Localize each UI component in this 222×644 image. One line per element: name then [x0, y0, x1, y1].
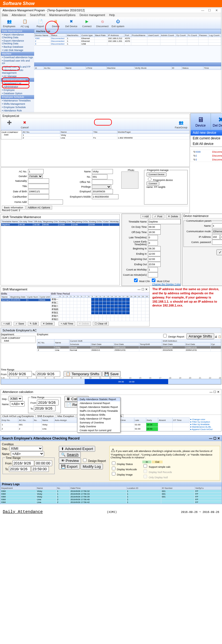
- report-menu-item[interactable]: Daily Attendance OT Report: [77, 417, 120, 421]
- side-upload-user-info-and-fp[interactable]: • Upload user info and FP: [1, 65, 34, 68]
- dm-mode[interactable]: Ethernet: [212, 229, 222, 233]
- table-row[interactable]: XIMIVicky12016/9/26 17:56:321001FP: [1, 490, 222, 492]
- report-menu-item[interactable]: Summary of Overtime: [77, 421, 120, 425]
- fp-device-radio[interactable]: [148, 177, 152, 181]
- report-menu-item[interactable]: Create report for current grid: [77, 428, 120, 432]
- report-menu-item[interactable]: Daily Overtime: [77, 425, 120, 428]
- table-row[interactable]: 2LinaNormal2000/1/12999/12/312016/9/2620…: [37, 349, 221, 352]
- toolbar-connect[interactable]: ▶Connect: [79, 18, 95, 28]
- sm-edit[interactable]: ✎ Edit: [28, 322, 39, 326]
- s-to-time[interactable]: [31, 466, 49, 472]
- table-row[interactable]: 星期四: [51, 308, 149, 311]
- table-row[interactable]: 星期三: [51, 305, 149, 308]
- side-attendance-rule[interactable]: • Attendance Rule: [1, 109, 34, 112]
- nat-input[interactable]: [28, 178, 49, 183]
- tt-countwd[interactable]: [148, 267, 158, 272]
- side-shifts-management[interactable]: • Shifts Management: [1, 102, 34, 106]
- tt-countmin[interactable]: [148, 272, 158, 277]
- ac-from[interactable]: [37, 400, 59, 405]
- export-button[interactable]: 💾 Export: [59, 464, 80, 469]
- table-row[interactable]: 星期一: [51, 298, 149, 301]
- adv-export-button[interactable]: ⬆ Advanced Export: [59, 446, 95, 452]
- table-row[interactable]: 星期六: [51, 315, 149, 318]
- menu-data[interactable]: Data: [2, 14, 8, 17]
- table-row[interactable]: Daytime09:3018:3009:0012:0012:0023:59: [1, 223, 120, 226]
- tt-end-out[interactable]: [148, 262, 161, 267]
- cancel-button[interactable]: ✖Cancel: [17, 119, 32, 129]
- table-row[interactable]: XIMILina22016/9/26 17:56:401FP: [1, 498, 222, 501]
- table-row[interactable]: XIMIDisconnected1Ethernet192.168.0.21243…: [34, 37, 221, 40]
- zoom-device-button[interactable]: 🖥Device: [191, 113, 211, 130]
- connect-device-button[interactable]: Connect Device: [147, 172, 167, 177]
- table-row[interactable]: 3Disconnected1USB: [34, 43, 221, 45]
- arrange-shifts-button[interactable]: Arrange Shifts: [186, 333, 214, 339]
- tt-add-button[interactable]: + Add: [140, 214, 151, 218]
- toolbar-device[interactable]: 🖥Device: [48, 18, 64, 28]
- side-link[interactable]: ● Filter by timetable: [190, 423, 221, 426]
- menu-maint[interactable]: Maintenance/Options: [49, 14, 76, 17]
- tt-leave-input[interactable]: [148, 241, 158, 246]
- close-icon[interactable]: ✕: [213, 9, 220, 12]
- search-button[interactable]: 🔍 Search: [59, 452, 81, 458]
- side-download-user-info-and-fp[interactable]: • Download user info and FP: [1, 59, 34, 65]
- dob-input[interactable]: [28, 189, 49, 194]
- change-color-link[interactable]: Change the Display Color: [152, 283, 181, 286]
- company-tree[interactable]: OUR COMPANY XIMI: [1, 130, 22, 139]
- report-menu-item[interactable]: Staff's On-Duty/Off-Duty Timetable: [77, 409, 120, 413]
- side-download-attendance-logs[interactable]: • Download attendance logs: [1, 56, 34, 59]
- side-database-option[interactable]: • Database Option: [1, 92, 34, 95]
- card-input[interactable]: [28, 194, 49, 199]
- s-dep[interactable]: XIMI: [9, 446, 43, 451]
- s-to-date[interactable]: [9, 466, 31, 472]
- sm-addtime[interactable]: + Add Time: [59, 322, 75, 326]
- facegroup-button[interactable]: 👥FaceGroup: [173, 119, 189, 129]
- tt-begin-out[interactable]: [148, 257, 161, 262]
- menu-device[interactable]: Device management: [80, 14, 105, 17]
- table-row[interactable]: XIMIVicky12016/9/26 17:56:331001FP: [1, 492, 222, 495]
- sm-delete[interactable]: ✕ Delete: [41, 322, 55, 326]
- tab-addition[interactable]: Addition AC Options: [26, 206, 52, 209]
- side-employee[interactable]: • Employee: [1, 88, 34, 92]
- toolbar-report[interactable]: 📄Report: [32, 18, 48, 28]
- gender-select[interactable]: Female: [28, 174, 43, 178]
- report-menu-item[interactable]: Depart Attendance Statistic Report: [77, 405, 120, 409]
- tt-name-input[interactable]: [148, 219, 181, 224]
- maximize-icon[interactable]: ☐: [206, 9, 213, 12]
- ip-2[interactable]: [220, 234, 222, 239]
- table-row[interactable]: 2LinaFo1.802 9594450: [22, 137, 190, 139]
- table-row[interactable]: XIMIVicky12016/9/26 17:56:351001FP: [1, 495, 222, 498]
- disp-image[interactable]: [112, 472, 115, 476]
- tt-late-input[interactable]: [148, 235, 158, 240]
- connect-button[interactable]: Connect: [147, 182, 159, 186]
- mustcout-check[interactable]: [152, 278, 155, 282]
- photo-box[interactable]: [121, 172, 138, 189]
- temp-shifts-button[interactable]: 📋 Temporary Shifts: [64, 371, 101, 377]
- report-menu-item[interactable]: Daily Attendance Shifts: [77, 413, 120, 417]
- report-menu-item[interactable]: Daily Attendance Statistic Report: [77, 397, 120, 401]
- side-ac-manage[interactable]: • AC Manage: [1, 75, 34, 78]
- side-employee-schedule[interactable]: • Employee Schedule: [1, 106, 34, 109]
- table-row[interactable]: 1VickyNormal2000/1/12999/12/312016/9/262…: [37, 346, 221, 349]
- sac-from[interactable]: [7, 371, 32, 377]
- ip-1[interactable]: [212, 234, 220, 239]
- design-report-check[interactable]: [163, 334, 167, 338]
- sm-deltime[interactable]: ✕ Delete: [77, 322, 91, 326]
- toolbar-del-device[interactable]: ✖Del Device: [64, 18, 79, 28]
- disp-status[interactable]: [112, 461, 115, 465]
- tab-machine-list[interactable]: Machine List: [34, 29, 221, 34]
- disp-workcode[interactable]: [112, 467, 115, 470]
- add-emp-button[interactable]: ➕: [1, 119, 17, 129]
- splitter[interactable]: [34, 62, 221, 66]
- preview-button[interactable]: 👁 Preview: [59, 458, 81, 464]
- table-row[interactable]: XIMILina22016/9/26 17:56:421FP: [1, 501, 222, 504]
- tt-begin-in[interactable]: [148, 246, 161, 251]
- tel-input[interactable]: [92, 180, 113, 185]
- minimize-icon[interactable]: —: [200, 9, 206, 12]
- toolbar-exit-system[interactable]: ⏻Exit system: [110, 18, 126, 28]
- ac-to[interactable]: [34, 405, 56, 411]
- employed-input[interactable]: [92, 189, 113, 194]
- s-name[interactable]: <All>: [11, 451, 44, 456]
- side-link[interactable]: ● Filter by exception: [190, 421, 221, 423]
- side-export-attendance-checking-data[interactable]: • Export Attendance Checking Data: [1, 39, 34, 45]
- table-row[interactable]: 星期二: [51, 301, 149, 305]
